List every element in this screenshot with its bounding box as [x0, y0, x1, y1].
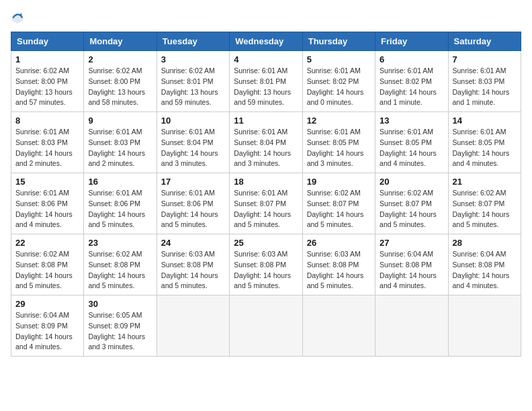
- daylight-label: Daylight: 14 hours and 3 minutes.: [234, 149, 291, 168]
- day-info: Sunrise: 6:01 AMSunset: 8:06 PMDaylight:…: [15, 188, 79, 230]
- weekday-header-tuesday: Tuesday: [157, 32, 229, 51]
- sunrise-label: Sunrise: 6:04 AM: [380, 250, 433, 258]
- day-number: 29: [15, 299, 79, 309]
- day-info: Sunrise: 6:01 AMSunset: 8:03 PMDaylight:…: [453, 66, 517, 108]
- sunset-label: Sunset: 8:05 PM: [307, 138, 359, 146]
- calendar-cell: 15Sunrise: 6:01 AMSunset: 8:06 PMDayligh…: [11, 173, 84, 234]
- calendar-cell: 12Sunrise: 6:01 AMSunset: 8:05 PMDayligh…: [302, 112, 375, 173]
- sunrise-label: Sunrise: 6:03 AM: [161, 250, 215, 258]
- daylight-label: Daylight: 14 hours and 4 minutes.: [453, 271, 510, 290]
- daylight-label: Daylight: 13 hours and 59 minutes.: [234, 88, 291, 107]
- sunrise-label: Sunrise: 6:03 AM: [234, 250, 287, 258]
- day-number: 13: [380, 116, 443, 126]
- calendar-cell: [375, 295, 448, 357]
- daylight-label: Daylight: 14 hours and 5 minutes.: [15, 271, 73, 290]
- daylight-label: Daylight: 14 hours and 5 minutes.: [234, 271, 291, 290]
- weekday-header-thursday: Thursday: [302, 32, 375, 51]
- calendar-cell: 2Sunrise: 6:02 AMSunset: 8:00 PMDaylight…: [84, 51, 157, 112]
- sunset-label: Sunset: 8:03 PM: [88, 138, 140, 146]
- day-number: 19: [307, 177, 371, 187]
- sunrise-label: Sunrise: 6:04 AM: [453, 250, 506, 258]
- day-info: Sunrise: 6:01 AMSunset: 8:06 PMDaylight:…: [88, 188, 152, 230]
- sunset-label: Sunset: 8:04 PM: [161, 138, 214, 146]
- daylight-label: Daylight: 13 hours and 57 minutes.: [15, 88, 73, 107]
- calendar-cell: 22Sunrise: 6:02 AMSunset: 8:08 PMDayligh…: [11, 234, 84, 295]
- calendar-cell: 18Sunrise: 6:01 AMSunset: 8:07 PMDayligh…: [230, 173, 302, 234]
- calendar-cell: 28Sunrise: 6:04 AMSunset: 8:08 PMDayligh…: [448, 234, 521, 295]
- sunrise-label: Sunrise: 6:01 AM: [380, 66, 433, 75]
- weekday-header-saturday: Saturday: [448, 32, 521, 51]
- calendar-table: SundayMondayTuesdayWednesdayThursdayFrid…: [11, 32, 521, 357]
- sunset-label: Sunset: 8:08 PM: [88, 261, 140, 269]
- day-number: 6: [380, 54, 443, 64]
- day-number: 18: [234, 177, 298, 187]
- weekday-header-sunday: Sunday: [11, 32, 84, 51]
- day-info: Sunrise: 6:01 AMSunset: 8:05 PMDaylight:…: [380, 127, 443, 169]
- daylight-label: Daylight: 14 hours and 4 minutes.: [380, 271, 437, 290]
- day-number: 4: [234, 54, 298, 64]
- sunrise-label: Sunrise: 6:01 AM: [453, 128, 506, 136]
- daylight-label: Daylight: 13 hours and 58 minutes.: [88, 88, 145, 107]
- day-info: Sunrise: 6:02 AMSunset: 8:07 PMDaylight:…: [307, 188, 371, 230]
- day-number: 22: [15, 238, 79, 248]
- calendar-cell: 9Sunrise: 6:01 AMSunset: 8:03 PMDaylight…: [84, 112, 157, 173]
- sunrise-label: Sunrise: 6:01 AM: [453, 66, 506, 75]
- day-info: Sunrise: 6:03 AMSunset: 8:08 PMDaylight:…: [307, 249, 371, 291]
- sunset-label: Sunset: 8:07 PM: [307, 199, 359, 208]
- day-number: 3: [161, 54, 225, 64]
- calendar-cell: 26Sunrise: 6:03 AMSunset: 8:08 PMDayligh…: [302, 234, 375, 295]
- sunrise-label: Sunrise: 6:02 AM: [15, 250, 69, 258]
- weekday-header-row: SundayMondayTuesdayWednesdayThursdayFrid…: [11, 32, 521, 51]
- daylight-label: Daylight: 14 hours and 1 minute.: [380, 88, 437, 107]
- day-info: Sunrise: 6:02 AMSunset: 8:00 PMDaylight:…: [88, 66, 152, 108]
- sunset-label: Sunset: 8:05 PM: [453, 138, 505, 146]
- calendar-cell: 17Sunrise: 6:01 AMSunset: 8:06 PMDayligh…: [157, 173, 229, 234]
- sunset-label: Sunset: 8:07 PM: [234, 199, 286, 208]
- sunset-label: Sunset: 8:06 PM: [161, 199, 214, 208]
- daylight-label: Daylight: 14 hours and 5 minutes.: [234, 210, 291, 229]
- daylight-label: Daylight: 14 hours and 4 minutes.: [453, 149, 510, 168]
- daylight-label: Daylight: 14 hours and 4 minutes.: [15, 332, 73, 351]
- day-info: Sunrise: 6:04 AMSunset: 8:08 PMDaylight:…: [453, 249, 517, 291]
- sunset-label: Sunset: 8:06 PM: [88, 199, 140, 208]
- calendar-week-row-5: 29Sunrise: 6:04 AMSunset: 8:09 PMDayligh…: [11, 295, 521, 357]
- sunset-label: Sunset: 8:06 PM: [15, 199, 68, 208]
- daylight-label: Daylight: 14 hours and 5 minutes.: [307, 271, 364, 290]
- calendar-cell: [230, 295, 302, 357]
- logo-icon: [11, 11, 24, 25]
- calendar-cell: 16Sunrise: 6:01 AMSunset: 8:06 PMDayligh…: [84, 173, 157, 234]
- calendar-cell: 29Sunrise: 6:04 AMSunset: 8:09 PMDayligh…: [11, 295, 84, 357]
- sunset-label: Sunset: 8:01 PM: [234, 77, 286, 85]
- sunrise-label: Sunrise: 6:01 AM: [234, 189, 287, 197]
- sunset-label: Sunset: 8:05 PM: [380, 138, 432, 146]
- sunset-label: Sunset: 8:08 PM: [307, 261, 359, 269]
- day-number: 24: [161, 238, 225, 248]
- sunrise-label: Sunrise: 6:04 AM: [15, 311, 69, 319]
- sunset-label: Sunset: 8:03 PM: [453, 77, 505, 85]
- daylight-label: Daylight: 14 hours and 1 minute.: [453, 88, 510, 107]
- sunset-label: Sunset: 8:08 PM: [15, 261, 68, 269]
- day-number: 8: [15, 116, 79, 126]
- calendar-cell: 11Sunrise: 6:01 AMSunset: 8:04 PMDayligh…: [230, 112, 302, 173]
- calendar-cell: 30Sunrise: 6:05 AMSunset: 8:09 PMDayligh…: [84, 295, 157, 357]
- day-number: 10: [161, 116, 225, 126]
- calendar-cell: 1Sunrise: 6:02 AMSunset: 8:00 PMDaylight…: [11, 51, 84, 112]
- calendar-week-row-1: 1Sunrise: 6:02 AMSunset: 8:00 PMDaylight…: [11, 51, 521, 112]
- daylight-label: Daylight: 14 hours and 5 minutes.: [161, 271, 218, 290]
- day-info: Sunrise: 6:02 AMSunset: 8:00 PMDaylight:…: [15, 66, 79, 108]
- day-info: Sunrise: 6:01 AMSunset: 8:04 PMDaylight:…: [234, 127, 298, 169]
- sunrise-label: Sunrise: 6:02 AM: [88, 66, 142, 75]
- calendar-cell: 24Sunrise: 6:03 AMSunset: 8:08 PMDayligh…: [157, 234, 229, 295]
- sunset-label: Sunset: 8:09 PM: [15, 322, 68, 330]
- calendar-cell: 3Sunrise: 6:02 AMSunset: 8:01 PMDaylight…: [157, 51, 229, 112]
- daylight-label: Daylight: 14 hours and 2 minutes.: [15, 149, 73, 168]
- day-number: 15: [15, 177, 79, 187]
- day-info: Sunrise: 6:03 AMSunset: 8:08 PMDaylight:…: [234, 249, 298, 291]
- weekday-header-monday: Monday: [84, 32, 157, 51]
- sunrise-label: Sunrise: 6:02 AM: [15, 66, 69, 75]
- day-info: Sunrise: 6:02 AMSunset: 8:07 PMDaylight:…: [453, 188, 517, 230]
- calendar-cell: 5Sunrise: 6:01 AMSunset: 8:02 PMDaylight…: [302, 51, 375, 112]
- sunrise-label: Sunrise: 6:05 AM: [88, 311, 142, 319]
- calendar-cell: 25Sunrise: 6:03 AMSunset: 8:08 PMDayligh…: [230, 234, 302, 295]
- sunset-label: Sunset: 8:03 PM: [15, 138, 68, 146]
